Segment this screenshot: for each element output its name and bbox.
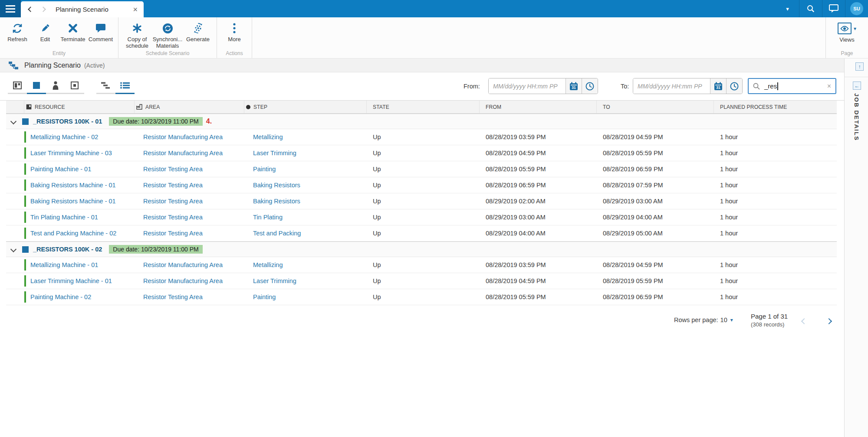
from-calendar-button[interactable]: 31 xyxy=(566,78,582,94)
resource-link[interactable]: Painting Machine - 01 xyxy=(30,166,91,173)
terminate-button[interactable]: Terminate xyxy=(59,20,87,43)
resource-link[interactable]: Baking Resistors Machine - 01 xyxy=(30,198,116,205)
collapse-group-icon[interactable] xyxy=(10,246,16,252)
column-header-state[interactable]: STATE xyxy=(367,101,480,113)
resource-link[interactable]: Painting Machine - 02 xyxy=(30,294,91,300)
comment-button[interactable]: Comment xyxy=(87,20,115,43)
more-button[interactable]: More xyxy=(220,20,248,43)
back-icon[interactable] xyxy=(28,7,33,12)
table-row[interactable]: Painting Machine - 02Resistor Testing Ar… xyxy=(6,289,837,305)
clear-search-icon[interactable]: × xyxy=(827,82,831,90)
table-row[interactable]: Baking Resistors Machine - 01Resistor Te… xyxy=(6,177,837,193)
refresh-button[interactable]: Refresh xyxy=(3,20,31,43)
resource-link[interactable]: Baking Resistors Machine - 01 xyxy=(30,182,116,189)
step-link[interactable]: Laser Trimming xyxy=(253,150,296,157)
hamburger-menu-button[interactable] xyxy=(0,0,21,17)
resource-link[interactable]: Metallizing Machine - 02 xyxy=(30,134,98,140)
view-tab-nested[interactable] xyxy=(65,78,84,94)
resource-link[interactable]: Tin Plating Machine - 01 xyxy=(30,214,98,221)
from-time-button[interactable] xyxy=(582,78,598,94)
copy-of-schedule-button[interactable]: Copy of schedule xyxy=(122,20,152,49)
view-tab-list[interactable] xyxy=(115,78,135,94)
expand-panel-button[interactable]: ← xyxy=(853,82,861,90)
table-row[interactable]: Baking Resistors Machine - 01Resistor Te… xyxy=(6,193,837,209)
job-details-panel-title[interactable]: JOB DETAILS xyxy=(853,93,860,141)
step-link[interactable]: Tin Plating xyxy=(253,214,283,221)
step-link[interactable]: Metallizing xyxy=(253,134,283,140)
close-tab-icon[interactable]: × xyxy=(133,6,138,13)
to-time-button[interactable] xyxy=(726,78,742,94)
collapse-group-icon[interactable] xyxy=(10,118,16,124)
search-input[interactable]: _res × xyxy=(748,78,836,94)
area-link[interactable]: Resistor Testing Area xyxy=(143,294,203,300)
column-header-resource[interactable]: RESOURCE xyxy=(24,101,135,113)
resource-cell: Laser Trimming Machine - 03 xyxy=(24,145,135,161)
header-search-button[interactable] xyxy=(799,0,822,17)
next-page-button[interactable] xyxy=(827,317,831,325)
area-link[interactable]: Resistor Manufacturing Area xyxy=(143,134,223,140)
table-row[interactable]: Metallizing Machine - 02Resistor Manufac… xyxy=(6,129,837,145)
area-link[interactable]: Resistor Manufacturing Area xyxy=(143,261,223,268)
step-link[interactable]: Baking Resistors xyxy=(253,182,300,189)
resource-link[interactable]: Metallizing Machine - 01 xyxy=(30,261,98,268)
area-link[interactable]: Resistor Testing Area xyxy=(143,166,203,173)
due-date-badge: Due date: 10/23/2019 11:00 PM xyxy=(109,245,202,254)
area-link[interactable]: Resistor Manufacturing Area xyxy=(143,277,223,284)
column-header-step[interactable]: STEP xyxy=(244,101,367,113)
group-row[interactable]: _RESISTORS 100K - 01Due date: 10/23/2019… xyxy=(6,114,837,129)
table-row[interactable]: Laser Trimming Machine - 03Resistor Manu… xyxy=(6,145,837,161)
arrow-left-box-icon: ← xyxy=(853,82,861,90)
to-calendar-button[interactable]: 31 xyxy=(710,78,726,94)
column-header-area[interactable]: AREA xyxy=(135,101,244,113)
view-tab-operators[interactable] xyxy=(46,78,65,94)
table-row[interactable]: Metallizing Machine - 01Resistor Manufac… xyxy=(6,257,837,273)
state-indicator-bar xyxy=(24,131,26,143)
previous-page-button[interactable] xyxy=(802,317,806,325)
sync-icon xyxy=(162,21,173,35)
area-link[interactable]: Resistor Testing Area xyxy=(143,198,203,205)
to-cell: 08/29/2019 05:00 AM xyxy=(597,225,714,241)
resource-link[interactable]: Laser Trimming Machine - 01 xyxy=(30,277,112,284)
collapse-header-button[interactable]: ↑ xyxy=(855,62,864,71)
group-item-icon xyxy=(22,118,29,125)
header-dropdown-button[interactable]: ▾ xyxy=(776,0,799,17)
state-indicator-bar xyxy=(24,147,26,159)
from-cell: 08/29/2019 03:00 AM xyxy=(480,209,597,225)
user-menu-button[interactable]: SU xyxy=(845,0,868,17)
area-link-cell: Resistor Testing Area xyxy=(135,193,244,209)
step-link[interactable]: Painting xyxy=(253,294,276,300)
column-header-from[interactable]: FROM xyxy=(480,101,597,113)
views-button[interactable]: ▾ xyxy=(826,23,868,34)
view-tab-resources[interactable] xyxy=(27,78,46,94)
column-header-planned-process-time[interactable]: PLANNED PROCESS TIME xyxy=(714,101,837,113)
edit-button[interactable]: Edit xyxy=(31,20,59,43)
view-tab-board[interactable] xyxy=(8,78,27,94)
step-link[interactable]: Test and Packing xyxy=(253,230,301,237)
rows-per-page-control[interactable]: Rows per page: 10 ▾ xyxy=(674,316,733,323)
table-row[interactable]: Painting Machine - 01Resistor Testing Ar… xyxy=(6,161,837,177)
resource-link[interactable]: Test and Packing Machine - 02 xyxy=(30,230,116,237)
from-cell: 08/28/2019 04:59 PM xyxy=(480,273,597,289)
generate-button[interactable]: Generate xyxy=(183,20,213,43)
tab-planning-scenario[interactable]: Planning Scenario × xyxy=(21,1,144,17)
header-chat-button[interactable] xyxy=(822,0,845,17)
area-link[interactable]: Resistor Testing Area xyxy=(143,214,203,221)
area-link[interactable]: Resistor Manufacturing Area xyxy=(143,150,223,157)
view-tab-gantt[interactable] xyxy=(96,78,115,94)
column-header-to[interactable]: TO xyxy=(597,101,714,113)
synchronize-materials-button[interactable]: Synchroni... Materials xyxy=(152,20,183,49)
step-link[interactable]: Painting xyxy=(253,166,276,173)
group-row[interactable]: _RESISTORS 100K - 02Due date: 10/23/2019… xyxy=(6,241,837,257)
area-link[interactable]: Resistor Testing Area xyxy=(143,182,203,189)
table-row[interactable]: Laser Trimming Machine - 01Resistor Manu… xyxy=(6,273,837,289)
step-link[interactable]: Metallizing xyxy=(253,261,283,268)
area-link[interactable]: Resistor Testing Area xyxy=(143,230,203,237)
from-datetime-input[interactable] xyxy=(489,78,566,94)
resource-link[interactable]: Laser Trimming Machine - 03 xyxy=(30,150,112,157)
step-link[interactable]: Laser Trimming xyxy=(253,277,296,284)
table-row[interactable]: Tin Plating Machine - 01Resistor Testing… xyxy=(6,209,837,225)
table-row[interactable]: Test and Packing Machine - 02Resistor Te… xyxy=(6,225,837,241)
to-datetime-input[interactable] xyxy=(633,78,710,94)
step-link[interactable]: Baking Resistors xyxy=(253,198,300,205)
forward-icon[interactable] xyxy=(40,7,46,12)
